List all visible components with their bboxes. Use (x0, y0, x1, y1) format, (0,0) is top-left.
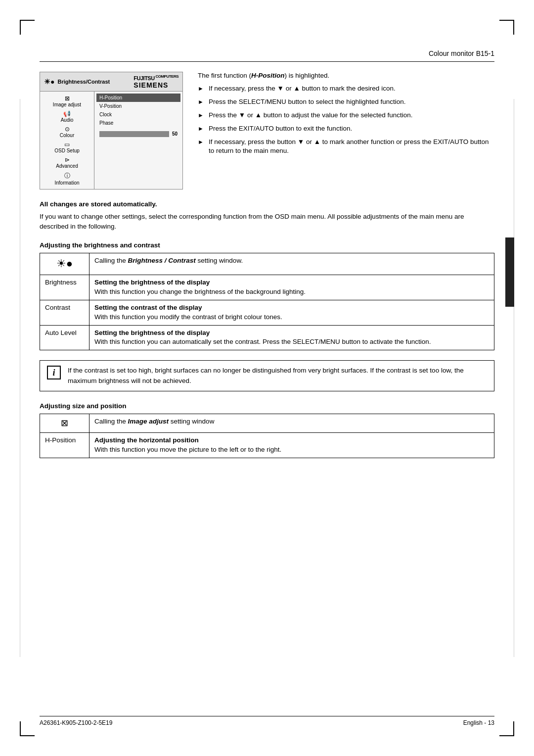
osd-item-phase[interactable]: Phase (96, 119, 180, 127)
bullet-arrow-3: ► (198, 111, 205, 120)
size-position-heading: Adjusting size and position (40, 402, 494, 410)
contrast-label: Contrast (40, 300, 89, 325)
right-bar-decoration (505, 237, 514, 307)
osd-osd-label: OSD Setup (43, 148, 91, 153)
osd-info-label: Information (43, 180, 91, 186)
step-3-text: Press the ▼ or ▲ button to adjust the va… (209, 111, 412, 120)
hposition-bold: Adjusting the horizontal position (94, 436, 489, 445)
footer-left: A26361-K905-Z100-2-5E19 (40, 719, 112, 726)
step-5-text: If necessary, press the button ▼ or ▲ to… (209, 138, 494, 156)
content-area: Colour monitor B15-1 ☀● Brightness/Contr… (40, 49, 494, 468)
instruction-step-5: ► If necessary, press the button ▼ or ▲ … (198, 138, 494, 156)
bullet-arrow-5: ► (198, 138, 205, 156)
side-line-left (20, 99, 20, 657)
bc-header-desc: Calling the Brightness / Contrast settin… (89, 253, 494, 275)
page-container: Colour monitor B15-1 ☀● Brightness/Contr… (0, 0, 534, 756)
bullet-arrow-4: ► (198, 124, 205, 134)
step-2-text: Press the SELECT/MENU button to select t… (209, 97, 405, 107)
corner-mark-bl (20, 721, 35, 736)
corner-mark-tr (499, 20, 514, 35)
table-row-header-bc: ☀● Calling the Brightness / Contrast set… (40, 253, 494, 275)
instruction-step-2: ► Press the SELECT/MENU button to select… (198, 97, 494, 107)
page-footer: A26361-K905-Z100-2-5E19 English - 13 (40, 716, 494, 726)
osd-slider-row: 50 (96, 129, 180, 139)
table-row-contrast: Contrast Setting the contrast of the dis… (40, 300, 494, 325)
osd-osd-icon: ▭ (43, 141, 91, 148)
sp-icon-cell: ⊠ (40, 414, 89, 432)
osd-sun-icon: ☀● (44, 78, 54, 86)
instructions-box: The first function (H-Position) is highl… (198, 72, 494, 189)
brightness-section-heading: Adjusting the brightness and contrast (40, 241, 494, 249)
osd-header: ☀● Brightness/Contrast FUJITSU COMPUTERS… (40, 72, 182, 92)
instruction-step-3: ► Press the ▼ or ▲ button to adjust the … (198, 111, 494, 120)
osd-audio-label: Audio (43, 117, 91, 123)
osd-item-clock[interactable]: Clock (96, 110, 180, 119)
osd-right-panel: H-Position V-Position Clock Phase 50 (94, 92, 182, 189)
fujitsu-logo: FUJITSU COMPUTERS SIEMENS (134, 74, 178, 89)
top-section: ☀● Brightness/Contrast FUJITSU COMPUTERS… (40, 72, 494, 189)
size-position-section: Adjusting size and position ⊠ Calling th… (40, 402, 494, 458)
info-box: i If the contrast is set too high, brigh… (40, 360, 494, 391)
osd-screenshot: ☀● Brightness/Contrast FUJITSU COMPUTERS… (40, 72, 183, 189)
page-header: Colour monitor B15-1 (40, 49, 494, 62)
hposition-label: H-Position (40, 432, 89, 458)
size-position-table: ⊠ Calling the Image adjust setting windo… (40, 414, 494, 458)
osd-menu-item-audio[interactable]: 📢 Audio (40, 109, 94, 124)
bullet-arrow-2: ► (198, 97, 205, 107)
osd-menu-item-osd[interactable]: ▭ OSD Setup (40, 140, 94, 155)
osd-info-icon: ⓘ (43, 172, 91, 180)
brightness-bold: Setting the brightness of the display (94, 278, 489, 287)
first-function-note: The first function (H-Position) is highl… (198, 72, 494, 79)
osd-menu-item-info[interactable]: ⓘ Information (40, 170, 94, 187)
instruction-step-1: ► If necessary, press the ▼ or ▲ button … (198, 84, 494, 94)
corner-mark-br (499, 721, 514, 736)
autolevel-bold: Setting the brightness of the display (94, 329, 489, 338)
osd-slider-bar (99, 131, 169, 137)
brightness-desc: Setting the brightness of the display Wi… (89, 275, 494, 300)
osd-colour-icon: ⊙ (43, 126, 91, 133)
osd-colour-label: Colour (43, 133, 91, 138)
bc-icon-cell: ☀● (40, 253, 89, 275)
brightness-contrast-table: ☀● Calling the Brightness / Contrast set… (40, 253, 494, 350)
osd-left-menu: ⊠ Image adjust 📢 Audio ⊙ Colour ▭ (40, 92, 94, 189)
all-changes-para: All changes are stored automatically. (40, 200, 494, 208)
osd-slider-value: 50 (172, 131, 178, 137)
info-box-text: If the contrast is set too high, bright … (68, 366, 487, 386)
info-icon: i (47, 366, 61, 379)
table-row-header-sp: ⊠ Calling the Image adjust setting windo… (40, 414, 494, 432)
table-row-autolevel: Auto Level Setting the brightness of the… (40, 325, 494, 350)
autolevel-label: Auto Level (40, 325, 89, 350)
step-4-text: Press the EXIT/AUTO button to exit the f… (209, 124, 352, 134)
osd-image-label: Image adjust (43, 102, 91, 107)
hposition-desc: Adjusting the horizontal position With t… (89, 432, 494, 458)
osd-menu-item-colour[interactable]: ⊙ Colour (40, 124, 94, 140)
brightness-label: Brightness (40, 275, 89, 300)
fujitsu-text: FUJITSU COMPUTERS (134, 75, 178, 81)
osd-menu-item-advanced[interactable]: ⊳ Advanced (40, 155, 94, 170)
table-row-brightness: Brightness Setting the brightness of the… (40, 275, 494, 300)
osd-menu-item-image[interactable]: ⊠ Image adjust (40, 94, 94, 109)
side-line-right (514, 99, 514, 657)
osd-header-label: Brightness/Contrast (57, 79, 110, 85)
corner-mark-tl (20, 20, 35, 35)
sp-header-desc: Calling the Image adjust setting window (89, 414, 494, 432)
osd-advanced-label: Advanced (43, 163, 91, 169)
osd-item-h-position[interactable]: H-Position (96, 94, 180, 102)
instruction-list: ► If necessary, press the ▼ or ▲ button … (198, 84, 494, 156)
info-icon-letter: i (52, 366, 55, 379)
osd-audio-icon: 📢 (43, 110, 91, 117)
table-row-hposition: H-Position Adjusting the horizontal posi… (40, 432, 494, 458)
osd-image-icon: ⊠ (43, 95, 91, 102)
step-1-text: If necessary, press the ▼ or ▲ button to… (209, 84, 396, 94)
siemens-text: SIEMENS (134, 81, 168, 89)
osd-body: ⊠ Image adjust 📢 Audio ⊙ Colour ▭ (40, 92, 182, 189)
instruction-step-4: ► Press the EXIT/AUTO button to exit the… (198, 124, 494, 134)
osd-item-v-position[interactable]: V-Position (96, 102, 180, 110)
footer-right: English - 13 (463, 719, 494, 726)
bullet-arrow-1: ► (198, 84, 205, 94)
contrast-bold: Setting the contrast of the display (94, 303, 489, 313)
page-title: Colour monitor B15-1 (429, 49, 494, 57)
contrast-desc: Setting the contrast of the display With… (89, 300, 494, 325)
if-you-want-para: If you want to change other settings, se… (40, 212, 494, 232)
autolevel-desc: Setting the brightness of the display Wi… (89, 325, 494, 350)
